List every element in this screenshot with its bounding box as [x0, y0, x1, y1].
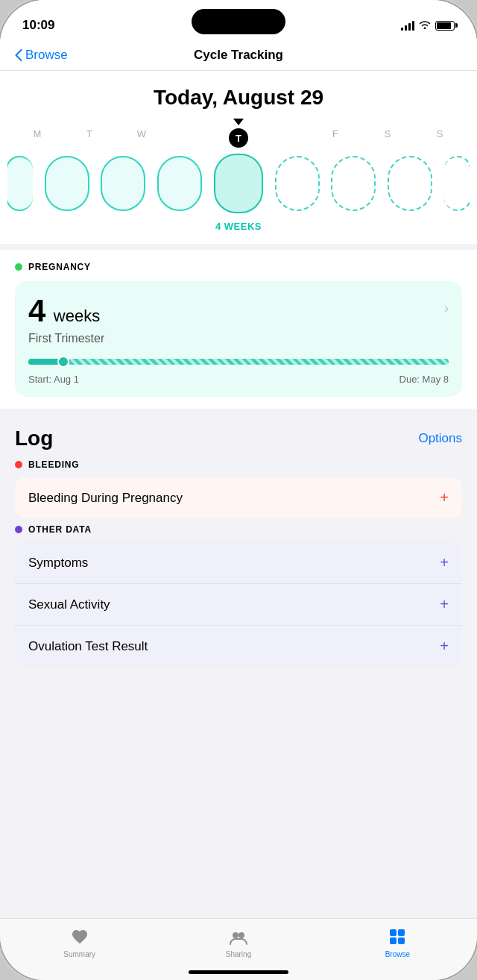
tab-bar: Summary Sharing [0, 918, 477, 980]
other-data-label-text: OTHER DATA [28, 524, 92, 535]
bottom-spacer [0, 673, 477, 688]
bleeding-label-text: BLEEDING [28, 459, 79, 470]
day-label-wed: W [116, 128, 168, 148]
tab-browse[interactable]: Browse [367, 926, 427, 958]
bleeding-add-icon[interactable]: + [440, 489, 449, 506]
pregnancy-trimester: First Trimester [28, 332, 449, 345]
bleeding-dot-icon [15, 461, 22, 468]
day-labels-row: M T W T F S S [7, 128, 470, 148]
today-arrow-icon [233, 119, 244, 125]
svg-point-1 [238, 932, 244, 938]
battery-fill [437, 22, 451, 29]
day-circle-partial-right [444, 156, 470, 211]
bleeding-list-card: Bleeding During Pregnancy + [15, 477, 462, 518]
scroll-content: Today, August 29 M T W T F S S [0, 71, 477, 910]
ovulation-test-item[interactable]: Ovulation Test Result + [15, 625, 462, 667]
summary-tab-icon [69, 926, 90, 947]
back-button[interactable]: Browse [15, 48, 68, 63]
log-options-button[interactable]: Options [418, 431, 462, 446]
back-label: Browse [25, 48, 68, 63]
day-label-tue: T [63, 128, 116, 148]
sexual-activity-item[interactable]: Sexual Activity + [15, 583, 462, 625]
pregnancy-section-label: PREGNANCY [15, 262, 462, 272]
nav-title: Cycle Tracking [194, 48, 283, 63]
svg-rect-4 [390, 937, 397, 944]
bleeding-section-label: BLEEDING [15, 459, 462, 470]
section-divider-2 [0, 409, 477, 415]
pregnancy-weeks-container: 4 weeks [28, 293, 100, 329]
bleeding-item-label: Bleeding During Pregnancy [28, 491, 183, 506]
pregnancy-section: PREGNANCY 4 weeks › First Trimester [0, 250, 477, 409]
pregnancy-weeks-text: weeks [54, 307, 100, 325]
ovulation-test-label: Ovulation Test Result [28, 639, 148, 654]
day-label-sun: S [414, 128, 466, 148]
day-circle-thu-today[interactable] [214, 154, 263, 213]
other-data-section-label: OTHER DATA [15, 524, 462, 535]
svg-point-0 [233, 932, 238, 938]
wifi-icon [419, 19, 431, 31]
tab-summary[interactable]: Summary [50, 926, 110, 958]
chevron-right-icon: › [444, 301, 449, 316]
bar3 [408, 23, 411, 31]
browse-tab-icon [387, 926, 408, 947]
signal-bars-icon [401, 20, 414, 31]
dynamic-island [192, 9, 285, 34]
pregnancy-progress-bar [28, 354, 449, 369]
calendar-strip: M T W T F S S [0, 119, 477, 244]
progress-dot-icon [57, 356, 69, 368]
pregnancy-label-text: PREGNANCY [28, 262, 91, 272]
other-data-dot-icon [15, 526, 22, 533]
day-circle-tue[interactable] [101, 156, 145, 211]
pregnancy-card[interactable]: 4 weeks › First Trimester Start: Aug 1 D… [15, 281, 462, 397]
other-data-subsection: OTHER DATA Symptoms + Sexual Activity + … [0, 524, 477, 673]
bleeding-during-pregnancy-item[interactable]: Bleeding During Pregnancy + [15, 477, 462, 518]
day-circle-wed[interactable] [157, 156, 202, 211]
due-date: Due: May 8 [399, 374, 449, 385]
home-indicator [189, 970, 288, 974]
status-icons [401, 19, 455, 31]
day-label-fri: F [309, 128, 361, 148]
tab-sharing[interactable]: Sharing [209, 926, 268, 958]
day-circle-fri[interactable] [275, 156, 320, 211]
progress-bar-background [28, 359, 449, 365]
browse-tab-label: Browse [385, 950, 410, 958]
bleeding-subsection: BLEEDING Bleeding During Pregnancy + [0, 459, 477, 524]
today-indicator [7, 119, 470, 125]
day-label-sat: S [361, 128, 414, 148]
log-title: Log [15, 427, 53, 450]
day-label-mon: M [11, 128, 63, 148]
log-header: Log Options [0, 415, 477, 459]
battery-icon [435, 21, 455, 31]
pregnancy-dot-icon [15, 263, 22, 271]
day-circle-sun[interactable] [388, 156, 432, 211]
circles-row [7, 154, 470, 213]
other-data-list-card: Symptoms + Sexual Activity + Ovulation T… [15, 542, 462, 667]
date-header: Today, August 29 [0, 71, 477, 119]
phone-screen: 10:09 [0, 0, 477, 980]
symptoms-add-icon[interactable]: + [440, 554, 449, 571]
sexual-activity-add-icon[interactable]: + [440, 596, 449, 613]
sharing-tab-label: Sharing [226, 950, 251, 958]
bar4 [412, 21, 414, 31]
day-circle-mon[interactable] [45, 156, 89, 211]
svg-rect-3 [398, 929, 405, 936]
section-divider-1 [0, 244, 477, 250]
svg-rect-5 [398, 937, 405, 944]
phone-frame: 10:09 [0, 0, 477, 980]
weeks-label: 4 WEEKS [7, 221, 470, 232]
progress-dates: Start: Aug 1 Due: May 8 [28, 374, 449, 385]
date-title: Today, August 29 [0, 86, 477, 119]
nav-bar: Browse Cycle Tracking [0, 40, 477, 71]
bar1 [401, 28, 403, 31]
pregnancy-top: 4 weeks › [28, 293, 449, 329]
symptoms-label: Symptoms [28, 556, 88, 571]
summary-tab-label: Summary [63, 950, 95, 958]
progress-bar-fill [28, 359, 62, 365]
ovulation-test-add-icon[interactable]: + [440, 638, 449, 655]
symptoms-item[interactable]: Symptoms + [15, 542, 462, 583]
bar2 [405, 25, 407, 31]
day-circle-sat[interactable] [331, 156, 376, 211]
day-label-thu-today: T [229, 128, 248, 148]
day-circle-partial-left [7, 156, 33, 211]
sexual-activity-label: Sexual Activity [28, 597, 110, 612]
